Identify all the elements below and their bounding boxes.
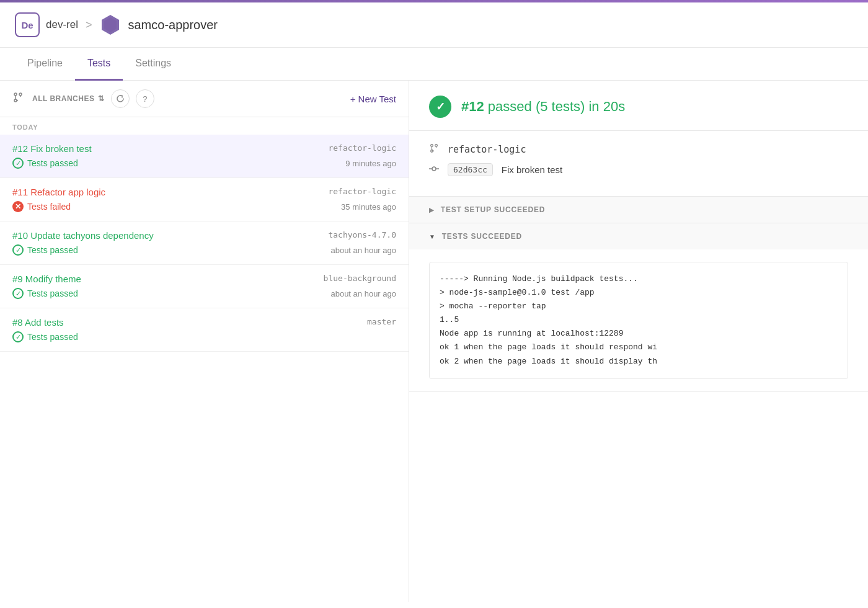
log-box: -----> Running Node.js buildpack tests..… [429,262,848,379]
build-branch: refactor-logic [328,143,396,153]
accordion-setup: ▶ TEST SETUP SUCCEEDED [409,197,868,223]
svg-point-4 [19,93,22,96]
org-badge[interactable]: De [15,12,40,37]
tab-tests[interactable]: Tests [75,48,123,81]
build-time: about an hour ago [330,246,396,255]
accordion-tests-header[interactable]: ▼ TESTS SUCCEEDED [409,223,868,249]
pass-circle-icon: ✓ [429,96,451,118]
commit-message: Fix broken test [502,164,562,175]
branch-value: refactor-logic [448,144,526,155]
svg-point-8 [432,167,436,171]
build-title: #10 Update tachyons dependency [12,230,154,241]
log-line: ok 2 when the page loads it should displ… [440,355,838,369]
accordion-tests-label: TESTS SUCCEEDED [442,232,522,241]
repo-icon [99,14,122,36]
build-title: #12 Fix broken test [12,143,92,154]
meta-section: refactor-logic 62d63cc Fix broken test [409,131,868,197]
status-text: Tests passed [27,245,78,255]
repo-name: samco-approver [128,18,218,32]
branch-meta-icon [429,143,439,156]
tab-pipeline[interactable]: Pipeline [15,48,75,81]
log-section: -----> Running Node.js buildpack tests..… [409,249,868,391]
accordion-tests-arrow: ▼ [429,233,436,240]
build-status: ✕Tests failed [12,201,71,212]
build-row[interactable]: #12 Fix broken testrefactor-logic✓Tests … [0,135,409,178]
build-row[interactable]: #8 Add testsmaster✓Tests passed [0,308,409,352]
toolbar: ALL BRANCHES ⇅ ? + New Test [0,81,409,117]
build-status: ✓Tests passed [12,158,78,169]
new-test-button[interactable]: + New Test [350,94,396,104]
section-today: TODAY [0,117,409,135]
pass-icon: ✓ [12,158,24,169]
build-branch: blue-background [324,274,396,283]
build-status: ✓Tests passed [12,244,78,256]
build-title: #11 Refactor app logic [12,187,105,197]
build-status: ✓Tests passed [12,331,78,342]
branch-row: refactor-logic [429,143,848,156]
nav-tabs: Pipeline Tests Settings [0,48,868,81]
build-row[interactable]: #10 Update tachyons dependencytachyons-4… [0,221,409,265]
main-layout: ALL BRANCHES ⇅ ? + New Test TODAY #12 Fi… [0,81,868,602]
status-text: Tests passed [27,332,78,342]
tab-settings[interactable]: Settings [123,48,184,81]
build-title: #9 Modify theme [12,274,81,284]
build-branch: tachyons-4.7.0 [328,230,396,239]
org-name: dev-rel [46,19,78,31]
svg-point-2 [14,93,17,96]
status-text: Tests passed [27,288,78,298]
status-text: Tests failed [27,202,71,212]
build-number: #12 [461,99,484,114]
log-line: > mocha --reporter tap [440,300,838,313]
top-bar: De dev-rel > samco-approver [0,2,868,48]
log-line: ok 1 when the page loads it should respo… [440,341,838,354]
branch-toggle-icon: ⇅ [98,94,105,103]
breadcrumb-sep: > [86,19,92,32]
build-time: 35 minutes ago [341,202,396,212]
help-button[interactable]: ? [136,89,154,108]
build-detail-header: ✓ #12 passed (5 tests) in 20s [409,81,868,131]
log-line: Node app is running at localhost:12289 [440,327,838,341]
log-line: -----> Running Node.js buildpack tests..… [440,272,838,286]
accordion-setup-arrow: ▶ [429,207,435,213]
svg-point-7 [435,145,438,147]
build-status: ✓Tests passed [12,288,78,299]
build-row[interactable]: #11 Refactor app logicrefactor-logic✕Tes… [0,178,409,221]
build-branch: master [367,317,396,326]
accordion-setup-label: TEST SETUP SUCCEEDED [441,205,545,214]
log-line: 1..5 [440,313,838,327]
branch-icon [12,92,24,106]
refresh-button[interactable] [111,89,130,108]
status-text: Tests passed [27,158,78,168]
pass-icon: ✓ [12,331,24,342]
log-line: > node-js-sample@0.1.0 test /app [440,286,838,300]
pass-icon: ✓ [12,244,24,256]
build-list: #12 Fix broken testrefactor-logic✓Tests … [0,135,409,352]
right-panel: ✓ #12 passed (5 tests) in 20s [409,81,868,602]
build-time: about an hour ago [330,289,396,298]
svg-point-5 [431,145,433,147]
build-time: 9 minutes ago [345,159,396,168]
pass-icon: ✓ [12,288,24,299]
accordion-tests: ▼ TESTS SUCCEEDED -----> Running Node.js… [409,223,868,392]
commit-row: 62d63cc Fix broken test [429,163,848,176]
build-header-text: #12 passed (5 tests) in 20s [461,99,625,115]
commit-hash: 62d63cc [448,163,493,176]
fail-icon: ✕ [12,201,24,212]
build-branch: refactor-logic [328,187,396,196]
left-panel: ALL BRANCHES ⇅ ? + New Test TODAY #12 Fi… [0,81,409,602]
build-row[interactable]: #9 Modify themeblue-background✓Tests pas… [0,265,409,308]
branch-label[interactable]: ALL BRANCHES ⇅ [32,94,105,103]
accordion-setup-header[interactable]: ▶ TEST SETUP SUCCEEDED [409,197,868,223]
build-passed-text: passed (5 tests) in 20s [488,99,625,114]
commit-icon [429,164,439,176]
build-title: #8 Add tests [12,317,64,328]
